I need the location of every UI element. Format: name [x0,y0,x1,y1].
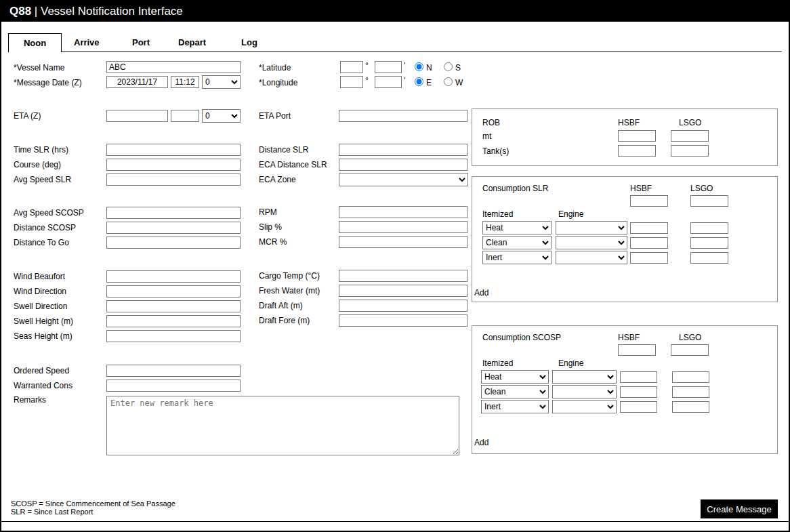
fresh-water-input[interactable] [339,285,467,297]
longitude-degrees-input[interactable] [340,76,363,88]
eta-offset-select[interactable]: 0 [202,109,241,123]
distance-to-go-input[interactable] [106,237,241,249]
seas-height-input[interactable] [106,330,241,342]
latitude-south-radio[interactable] [444,62,453,71]
longitude-west-radio[interactable] [444,77,453,86]
app-header: Q88 | Vessel Notification Interface [1,1,789,22]
consumption-slr-itemized-select-2[interactable]: Clean [482,236,552,249]
longitude-minutes-input[interactable] [375,76,402,88]
rpm-input[interactable] [339,206,467,218]
slip-input[interactable] [339,221,467,233]
message-date-offset-select[interactable]: 0 [202,75,241,89]
consumption-slr-lsgo-input-2[interactable] [690,237,728,249]
latitude-minutes-input[interactable] [375,61,402,73]
ordered-speed-label: Ordered Speed [14,366,69,375]
eta-time-input[interactable] [171,110,199,122]
eta-port-input[interactable] [339,110,467,122]
longitude-west-label: W [455,78,463,87]
tab-noon[interactable]: Noon [8,33,62,52]
vessel-name-input[interactable] [106,61,241,73]
consumption-slr-itemized-select-1[interactable]: Heat [482,221,552,234]
remarks-textarea[interactable] [106,396,459,455]
consumption-slr-lsgo-total-input[interactable] [690,195,728,207]
scosp-note: SCOSP = Since Commencement of Sea Passag… [11,499,175,508]
consumption-slr-lsgo-input-1[interactable] [690,222,728,234]
latitude-degrees-input[interactable] [340,61,363,73]
latitude-label: *Latitude [259,63,291,73]
eca-distance-slr-label: ECA Distance SLR [259,160,327,169]
wind-beaufort-input[interactable] [106,270,241,283]
wind-direction-input[interactable] [106,285,241,298]
consumption-scosp-engine-select-1[interactable] [552,370,617,384]
draft-aft-input[interactable] [339,300,467,312]
distance-scosp-input[interactable] [106,222,241,234]
fresh-water-label: Fresh Water (mt) [259,286,320,295]
message-date-time-input[interactable] [171,76,199,88]
consumption-slr-title: Consumption SLR [482,184,548,193]
create-message-button[interactable]: Create Message [701,499,778,518]
distance-slr-input[interactable] [339,144,467,156]
consumption-slr-add-link[interactable]: Add [474,288,488,298]
tab-log[interactable]: Log [241,37,257,47]
consumption-scosp-itemized-select-2[interactable]: Clean [481,385,549,398]
consumption-slr-itemized-select-3[interactable]: Inert [482,251,552,264]
consumption-slr-hsbf-header: HSBF [630,184,652,193]
consumption-scosp-itemized-select-1[interactable]: Heat [481,370,549,384]
consumption-scosp-hsbf-input-2[interactable] [620,386,657,398]
swell-direction-input[interactable] [106,300,241,312]
course-input[interactable] [106,159,241,171]
eca-zone-label: ECA Zone [259,175,296,184]
warranted-cons-input[interactable] [106,380,241,392]
avg-speed-scosp-input[interactable] [106,207,241,219]
consumption-slr-engine-select-2[interactable] [556,236,627,249]
consumption-scosp-lsgo-input-2[interactable] [672,386,709,398]
consumption-scosp-lsgo-input-3[interactable] [672,401,709,413]
eca-zone-select[interactable] [339,173,468,186]
consumption-slr-hsbf-input-3[interactable] [630,252,668,264]
consumption-slr-engine-header: Engine [558,209,583,219]
consumption-scosp-hsbf-input-1[interactable] [620,371,657,383]
message-date-date-input[interactable] [106,76,168,88]
cargo-temp-label: Cargo Temp (°C) [259,271,320,281]
longitude-east-radio[interactable] [415,77,423,86]
eta-date-input[interactable] [106,110,168,122]
consumption-scosp-hsbf-total-input[interactable] [618,344,656,356]
ordered-speed-input[interactable] [106,365,241,377]
rob-tanks-hsbf-input[interactable] [618,145,656,157]
cargo-temp-input[interactable] [339,270,467,282]
consumption-scosp-itemized-select-3[interactable]: Inert [481,400,549,413]
consumption-scosp-lsgo-input-1[interactable] [672,371,709,383]
consumption-slr-hsbf-input-2[interactable] [630,237,668,249]
tab-port[interactable]: Port [132,37,150,47]
seas-height-label: Seas Height (m) [14,331,72,341]
consumption-slr-hsbf-total-input[interactable] [630,195,668,207]
rob-mt-lsgo-input[interactable] [671,130,709,142]
mcr-input[interactable] [339,236,467,248]
rob-mt-hsbf-input[interactable] [618,130,656,142]
swell-height-input[interactable] [106,315,241,327]
avg-speed-slr-input[interactable] [106,173,241,186]
consumption-slr-hsbf-input-1[interactable] [630,222,668,234]
draft-fore-input[interactable] [339,314,467,327]
consumption-slr-engine-select-1[interactable] [556,221,627,234]
consumption-scosp-add-link[interactable]: Add [474,438,488,447]
swell-height-label: Swell Height (m) [14,316,73,326]
tab-arrive[interactable]: Arrive [74,37,100,47]
rpm-label: RPM [259,207,277,217]
rob-tanks-lsgo-input[interactable] [671,145,709,157]
consumption-slr-engine-select-3[interactable] [556,251,627,264]
slr-note: SLR = Since Last Report [11,508,93,516]
latitude-north-radio[interactable] [415,62,423,71]
eca-distance-slr-input[interactable] [339,159,467,171]
tab-depart[interactable]: Depart [178,37,206,47]
remarks-label: Remarks [14,395,46,405]
consumption-scosp-engine-select-2[interactable] [552,385,617,398]
consumption-scosp-lsgo-total-input[interactable] [671,344,709,356]
consumption-scosp-lsgo-header: LSGO [679,333,701,342]
consumption-scosp-engine-header: Engine [558,359,583,368]
consumption-slr-lsgo-input-3[interactable] [690,252,728,264]
consumption-scosp-itemized-header: Itemized [482,359,513,368]
consumption-scosp-engine-select-3[interactable] [552,400,617,413]
time-slr-input[interactable] [106,144,241,156]
consumption-scosp-hsbf-input-3[interactable] [620,401,657,413]
